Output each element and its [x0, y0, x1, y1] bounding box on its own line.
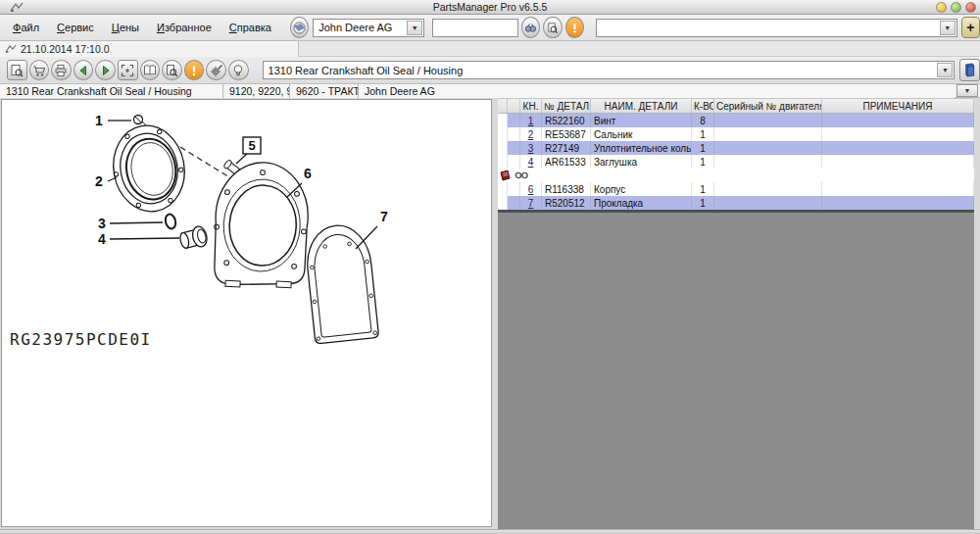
row-name: Заглушка — [591, 155, 692, 169]
row-qty: 1 — [692, 127, 714, 141]
session-tab[interactable]: 21.10.2014 17:10.0 — [0, 41, 299, 57]
breadcrumb-model-range[interactable]: 9120, 9220, 93... — [223, 84, 290, 98]
toolbar: 1310 Rear Crankshaft Oil Seal / Housing … — [0, 57, 980, 84]
row-notes — [822, 196, 974, 210]
row-serial — [714, 155, 822, 169]
forward-button[interactable] — [95, 60, 116, 80]
link-icon[interactable] — [514, 170, 529, 180]
callout-3: 3 — [98, 216, 106, 231]
row-part: R522160 — [542, 114, 591, 127]
hotpoint-icon[interactable] — [500, 170, 512, 181]
binoculars-button[interactable] — [521, 17, 540, 38]
row-kn-link[interactable]: 4 — [520, 155, 542, 169]
search-doc-button[interactable] — [543, 17, 562, 38]
header-spacer — [498, 99, 508, 113]
menu-service[interactable]: Сервис — [48, 19, 103, 36]
row-name: Уплотнительное кольцо — [591, 141, 692, 155]
row-qty: 8 — [692, 114, 714, 127]
breadcrumb-brand[interactable]: John Deere AG — [359, 84, 955, 98]
row-name: Сальник — [591, 127, 692, 141]
header-serial[interactable]: Серийный № двигателя — [714, 99, 822, 113]
callout-1: 1 — [95, 113, 103, 128]
header-kn[interactable]: КН. — [520, 99, 542, 113]
table-row[interactable]: 4 AR61533 Заглушка 1 — [498, 155, 974, 169]
model-selector-value: John Deere AG — [314, 22, 407, 33]
minimize-button[interactable] — [936, 2, 947, 13]
section-selector-value: 1310 Rear Crankshaft Oil Seal / Housing — [264, 65, 938, 76]
menu-file[interactable]: Файл — [4, 19, 48, 36]
catalog-button[interactable] — [140, 60, 161, 80]
chevron-down-icon[interactable]: ▼ — [937, 63, 953, 77]
parts-table: КН. № ДЕТАЛИ НАИМ. ДЕТАЛИ К-ВО Серийный … — [498, 98, 974, 213]
row-serial — [714, 196, 822, 210]
session-datetime: 21.10.2014 17:10.0 — [21, 43, 110, 55]
global-search-combo[interactable]: ▼ — [596, 19, 957, 37]
header-spacer — [508, 99, 520, 113]
row-kn-link[interactable]: 2 — [520, 127, 542, 141]
header-part-number[interactable]: № ДЕТАЛИ — [542, 99, 591, 113]
header-notes[interactable]: ПРИМЕЧАНИЯ — [822, 99, 974, 113]
row-serial — [714, 127, 822, 141]
menu-favorites[interactable]: Избранное — [148, 19, 220, 36]
row-name: Винт — [591, 114, 692, 127]
exploded-view-diagram: 1 — [2, 100, 491, 526]
row-part: AR61533 — [542, 155, 591, 169]
table-row-hotpoint[interactable] — [498, 169, 974, 182]
breadcrumb-section[interactable]: 1310 Rear Crankshaft Oil Seal / Housing — [0, 84, 223, 98]
section-selector[interactable]: 1310 Rear Crankshaft Oil Seal / Housing … — [263, 61, 956, 79]
menu-help[interactable]: Справка — [220, 19, 280, 36]
parts-table-header: КН. № ДЕТАЛИ НАИМ. ДЕТАЛИ К-ВО Серийный … — [498, 98, 974, 114]
book-icon — [963, 63, 976, 77]
maximize-button[interactable] — [951, 2, 961, 13]
breadcrumb-dropdown-button[interactable]: ▼ — [956, 84, 978, 97]
session-icon — [5, 44, 17, 54]
back-button[interactable] — [74, 60, 94, 80]
row-kn-link[interactable]: 7 — [520, 196, 542, 210]
row-kn-link[interactable]: 3 — [520, 141, 542, 155]
session-bar: 21.10.2014 17:10.0 — [0, 41, 980, 57]
chevron-down-icon[interactable]: ▼ — [407, 21, 422, 35]
fit-screen-button[interactable] — [118, 60, 138, 80]
alert-button[interactable] — [565, 17, 584, 38]
info-button[interactable] — [184, 60, 205, 80]
window-title: PartsManager Pro v6.5.5 — [0, 1, 980, 13]
main-area: 1 — [0, 98, 980, 529]
close-button[interactable] — [965, 2, 976, 13]
row-name: Прокладка — [591, 196, 692, 210]
table-row[interactable]: 1 R522160 Винт 8 — [498, 114, 974, 127]
search-page-button[interactable] — [162, 60, 182, 80]
row-notes — [822, 141, 974, 155]
row-kn-link[interactable]: 1 — [520, 114, 542, 127]
print-preview-button[interactable] — [7, 60, 27, 80]
hint-button[interactable] — [228, 60, 249, 80]
empty-table-area — [498, 213, 974, 529]
settings-button[interactable] — [206, 60, 226, 80]
row-part: R520512 — [542, 196, 591, 210]
row-part: RE53687 — [542, 127, 591, 141]
table-row[interactable]: 7 R520512 Прокладка 1 — [498, 196, 974, 210]
quick-search-input[interactable] — [432, 19, 518, 37]
table-row[interactable]: 2 RE53687 Сальник 1 — [498, 127, 974, 141]
row-serial — [714, 141, 822, 155]
chevron-down-icon[interactable]: ▼ — [940, 21, 956, 35]
row-part: R116338 — [542, 182, 591, 196]
callout-7: 7 — [380, 209, 388, 224]
add-favorite-button[interactable]: + — [961, 17, 980, 38]
menu-prices[interactable]: Цены — [103, 19, 148, 36]
table-row[interactable]: 3 R27149 Уплотнительное кольцо 1 — [498, 141, 974, 155]
book-button[interactable] — [959, 59, 980, 81]
breadcrumb: 1310 Rear Crankshaft Oil Seal / Housing … — [0, 84, 980, 98]
breadcrumb-model[interactable]: 9620 - ТРАКТО... — [290, 84, 359, 98]
print-button[interactable] — [51, 60, 72, 80]
header-part-name[interactable]: НАИМ. ДЕТАЛИ — [591, 99, 692, 113]
table-row[interactable]: 6 R116338 Корпус 1 — [498, 182, 974, 196]
row-notes — [822, 155, 974, 169]
cart-button[interactable] — [29, 60, 50, 80]
row-kn-link[interactable]: 6 — [520, 182, 542, 196]
callout-6: 6 — [304, 166, 312, 181]
row-name: Корпус — [591, 182, 692, 196]
model-selector[interactable]: John Deere AG ▼ — [313, 19, 424, 37]
header-qty[interactable]: К-ВО — [692, 99, 714, 113]
row-notes — [822, 114, 974, 127]
row-part: R27149 — [542, 141, 591, 155]
